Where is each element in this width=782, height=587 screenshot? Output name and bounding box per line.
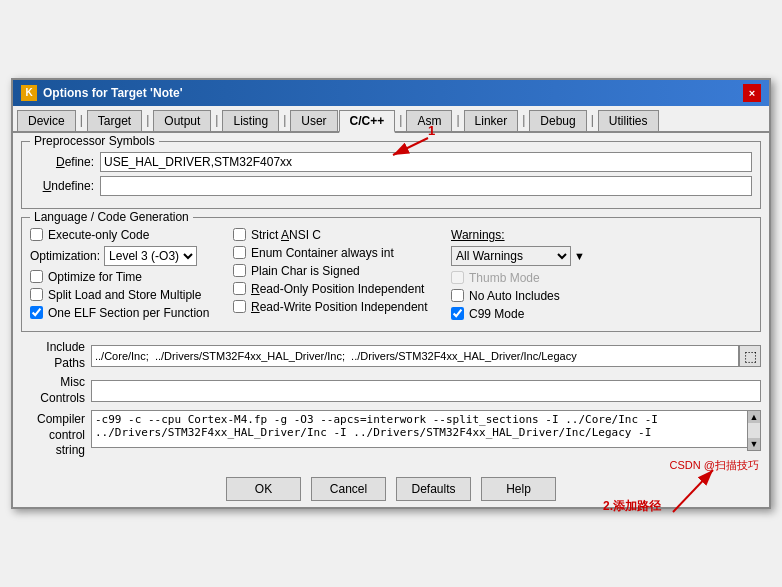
help-button[interactable]: Help	[481, 477, 556, 501]
compiler-label: Compiler control string	[21, 410, 91, 459]
readwrite-pos-row: Read-Write Position Independent	[233, 300, 443, 314]
strict-ansi-checkbox[interactable]	[233, 228, 246, 241]
split-load-label: Split Load and Store Multiple	[48, 288, 201, 302]
c99-mode-row: C99 Mode	[451, 307, 591, 321]
plain-char-checkbox[interactable]	[233, 264, 246, 277]
c99-mode-checkbox[interactable]	[451, 307, 464, 320]
readwrite-pos-label: Read-Write Position Independent	[251, 300, 428, 314]
thumb-mode-checkbox	[451, 271, 464, 284]
tab-cpp[interactable]: C/C++	[339, 110, 396, 133]
tab-debug[interactable]: Debug	[529, 110, 586, 131]
tab-asm[interactable]: Asm	[406, 110, 452, 131]
plain-char-row: Plain Char is Signed	[233, 264, 443, 278]
define-row: Define:	[30, 152, 752, 172]
thumb-mode-label: Thumb Mode	[469, 271, 540, 285]
optimization-row: Optimization: Level 3 (-O3)	[30, 246, 225, 266]
c99-mode-label: C99 Mode	[469, 307, 524, 321]
compiler-string-row: Compiler control string -c99 -c --cpu Co…	[21, 410, 761, 459]
tab-output[interactable]: Output	[153, 110, 211, 131]
enum-container-row: Enum Container always int	[233, 246, 443, 260]
strict-ansi-label: Strict ANSI C	[251, 228, 321, 242]
preprocessor-group: Preprocessor Symbols Define: Undefine:	[21, 141, 761, 209]
language-group: Language / Code Generation Execute-only …	[21, 217, 761, 332]
one-elf-checkbox[interactable]	[30, 306, 43, 319]
include-paths-row: Include Paths ⬚	[21, 340, 761, 371]
title-bar: K Options for Target 'Note' ×	[13, 80, 769, 106]
dialog-title: Options for Target 'Note'	[43, 86, 182, 100]
close-button[interactable]: ×	[743, 84, 761, 102]
warnings-select[interactable]: All Warnings	[451, 246, 571, 266]
one-elf-label: One ELF Section per Function	[48, 306, 209, 320]
execute-only-label: Execute-only Code	[48, 228, 149, 242]
tab-bar: Device | Target | Output | Listing | Use…	[13, 106, 769, 133]
dialog-content: Preprocessor Symbols Define: Undefine: L…	[13, 133, 769, 471]
plain-char-label: Plain Char is Signed	[251, 264, 360, 278]
optimize-time-label: Optimize for Time	[48, 270, 142, 284]
compiler-textarea[interactable]: -c99 -c --cpu Cortex-M4.fp -g -O3 --apcs…	[91, 410, 761, 448]
define-input[interactable]	[100, 152, 752, 172]
undefine-row: Undefine:	[30, 176, 752, 196]
no-auto-includes-row: No Auto Includes	[451, 289, 591, 303]
warnings-label: Warnings:	[451, 228, 591, 242]
undefine-input[interactable]	[100, 176, 752, 196]
misc-label: Misc Controls	[21, 375, 91, 406]
enum-container-checkbox[interactable]	[233, 246, 246, 259]
strict-ansi-row: Strict ANSI C	[233, 228, 443, 242]
readwrite-pos-checkbox[interactable]	[233, 300, 246, 313]
preprocessor-label: Preprocessor Symbols	[30, 134, 159, 148]
split-load-row: Split Load and Store Multiple	[30, 288, 225, 302]
tab-target[interactable]: Target	[87, 110, 142, 131]
optimization-select[interactable]: Level 3 (-O3)	[104, 246, 197, 266]
language-label: Language / Code Generation	[30, 210, 193, 224]
readonly-pos-label: Read-Only Position Independent	[251, 282, 424, 296]
include-browse-button[interactable]: ⬚	[739, 345, 761, 367]
include-label: Include Paths	[21, 340, 91, 371]
no-auto-includes-checkbox[interactable]	[451, 289, 464, 302]
misc-controls-row: Misc Controls	[21, 375, 761, 406]
readonly-pos-row: Read-Only Position Independent	[233, 282, 443, 296]
execute-only-row: Execute-only Code	[30, 228, 225, 242]
tab-listing[interactable]: Listing	[222, 110, 279, 131]
cancel-button[interactable]: Cancel	[311, 477, 386, 501]
enum-container-label: Enum Container always int	[251, 246, 394, 260]
tab-linker[interactable]: Linker	[464, 110, 519, 131]
options-dialog: K Options for Target 'Note' × Device | T…	[11, 78, 771, 509]
app-icon: K	[21, 85, 37, 101]
undefine-label: Undefine:	[30, 179, 100, 193]
tab-utilities[interactable]: Utilities	[598, 110, 659, 131]
optimize-time-checkbox[interactable]	[30, 270, 43, 283]
define-label: Define:	[30, 155, 100, 169]
execute-only-checkbox[interactable]	[30, 228, 43, 241]
defaults-button[interactable]: Defaults	[396, 477, 471, 501]
thumb-mode-row: Thumb Mode	[451, 271, 591, 285]
one-elf-row: One ELF Section per Function	[30, 306, 225, 320]
optimize-time-row: Optimize for Time	[30, 270, 225, 284]
tab-user[interactable]: User	[290, 110, 337, 131]
optimization-label: Optimization:	[30, 249, 100, 263]
no-auto-includes-label: No Auto Includes	[469, 289, 560, 303]
readonly-pos-checkbox[interactable]	[233, 282, 246, 295]
tab-device[interactable]: Device	[17, 110, 76, 131]
bottom-buttons: OK Cancel Defaults Help	[13, 471, 769, 507]
misc-input[interactable]	[91, 380, 761, 402]
include-input[interactable]	[91, 345, 739, 367]
split-load-checkbox[interactable]	[30, 288, 43, 301]
watermark: CSDN @扫描技巧	[670, 458, 759, 473]
ok-button[interactable]: OK	[226, 477, 301, 501]
